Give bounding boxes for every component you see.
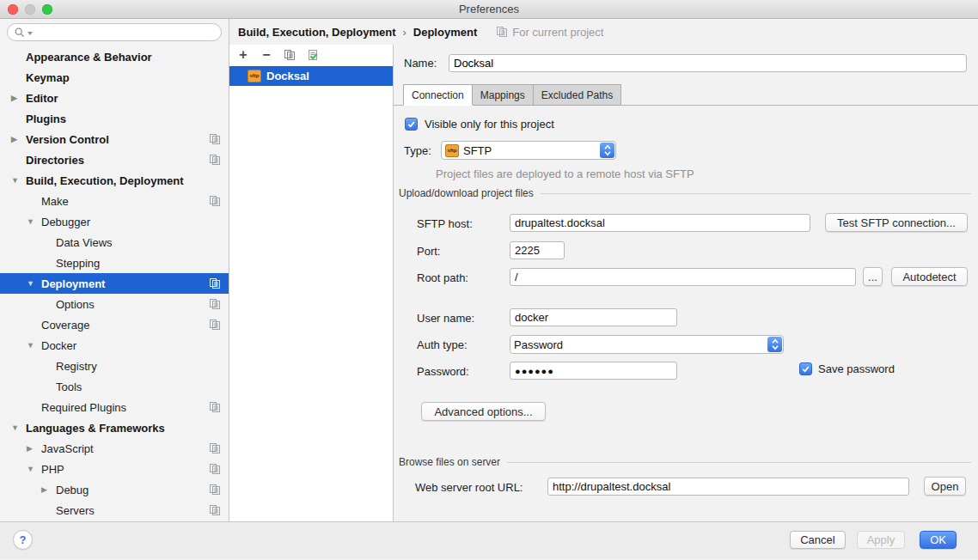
sidebar-item-javascript[interactable]: JavaScript [0,438,229,459]
per-project-icon [209,319,221,331]
copy-server-icon[interactable] [283,48,296,62]
breadcrumb: Build, Execution, Deployment › Deploymen… [229,19,978,45]
chevron-collapsed-icon[interactable] [41,485,47,494]
password-input[interactable] [510,362,677,380]
type-select[interactable]: sftp SFTP [441,141,616,160]
sidebar-item-directories[interactable]: Directories [0,149,229,170]
sftp-host-label: SFTP host: [417,217,473,230]
sftp-file-icon: sftp [248,70,261,82]
cancel-button[interactable]: Cancel [790,531,845,549]
user-name-label: User name: [417,312,474,325]
chevron-expanded-icon[interactable] [27,217,34,226]
sidebar-item-plugins[interactable]: Plugins [0,108,229,129]
browse-root-path-button[interactable]: ... [863,267,883,286]
sidebar-item-options[interactable]: Options [0,294,229,314]
open-url-button[interactable]: Open [924,477,966,496]
sidebar-item-deployment[interactable]: Deployment [0,273,229,294]
per-project-icon [496,26,508,38]
web-root-input[interactable] [547,478,909,496]
remove-server-button[interactable]: − [260,48,273,62]
sidebar-item-appearance-behavior[interactable]: Appearance & Behavior [0,46,229,67]
user-name-input[interactable] [510,308,677,326]
sidebar-item-php[interactable]: PHP [0,459,229,479]
sidebar-item-debugger[interactable]: Debugger [0,211,229,232]
sidebar-item-data-views[interactable]: Data Views [0,232,229,253]
sidebar-item-editor[interactable]: Editor [0,88,229,108]
use-as-default-icon[interactable] [306,48,320,62]
auth-type-select[interactable]: Password [510,335,784,354]
checkmark-icon [406,119,416,129]
type-hint-text: Project files are deployed to a remote h… [436,167,694,180]
web-root-label: Web server root URL: [415,481,523,494]
chevron-expanded-icon[interactable] [27,279,34,288]
advanced-options-button[interactable]: Advanced options... [421,402,546,421]
chevron-expanded-icon[interactable] [11,176,19,185]
zoom-window-button[interactable] [42,4,52,15]
test-sftp-connection-button[interactable]: Test SFTP connection... [825,213,968,232]
dialog-footer: ? Cancel Apply OK [0,521,978,559]
deployment-form: Name: Connection Mappings Excluded Paths… [394,45,978,521]
search-icon [14,27,26,39]
apply-button[interactable]: Apply [857,531,906,549]
sidebar-item-languages-frameworks[interactable]: Languages & Frameworks [0,417,229,438]
chevron-expanded-icon[interactable] [27,341,34,350]
visible-only-checkbox[interactable] [405,118,418,131]
ok-button[interactable]: OK [920,531,957,549]
root-path-input[interactable] [510,268,856,286]
sidebar-item-version-control[interactable]: Version Control [0,129,229,149]
chevron-expanded-icon[interactable] [27,465,34,473]
password-label: Password: [417,365,469,378]
sidebar-item-coverage[interactable]: Coverage [0,314,229,335]
auth-type-selected-value: Password [514,338,563,351]
port-label: Port: [417,245,440,258]
sidebar-item-registry[interactable]: Registry [0,356,229,376]
sidebar-item-tools[interactable]: Tools [0,376,229,397]
chevron-collapsed-icon[interactable] [11,135,17,143]
tab-excluded-paths[interactable]: Excluded Paths [534,84,621,106]
deployment-tabs: Connection Mappings Excluded Paths [403,84,621,106]
autodetect-button[interactable]: Autodetect [891,267,968,286]
dropdown-stepper-icon[interactable] [600,143,614,158]
breadcrumb-current: Deployment [413,26,477,39]
sidebar-item-make[interactable]: Make [0,191,229,211]
sidebar-item-docker[interactable]: Docker [0,335,229,356]
help-button[interactable]: ? [13,530,33,550]
sidebar-item-debug[interactable]: Debug [0,479,229,500]
breadcrumb-separator-icon: › [402,26,406,39]
title-bar: Preferences [0,0,978,19]
sidebar-item-stepping[interactable]: Stepping [0,253,229,273]
save-password-label: Save password [818,362,895,375]
close-window-button[interactable] [8,4,18,15]
per-project-icon [209,504,221,516]
chevron-expanded-icon[interactable] [11,423,19,432]
settings-sidebar: Appearance & Behavior Keymap Editor Plug… [0,19,229,521]
scope-indicator: For current project [496,26,603,39]
port-input[interactable] [510,241,565,259]
per-project-icon [209,484,221,496]
chevron-collapsed-icon[interactable] [11,94,17,102]
search-options-caret-icon[interactable] [28,32,33,35]
minimize-window-button[interactable] [25,4,35,15]
per-project-icon [209,133,221,145]
name-label: Name: [404,57,449,70]
sftp-host-input[interactable] [510,214,810,232]
sidebar-item-build-execution-deployment[interactable]: Build, Execution, Deployment [0,170,229,191]
tab-connection[interactable]: Connection [403,84,473,106]
servers-toolbar: + − [229,45,393,65]
settings-search-field[interactable] [7,23,222,41]
per-project-icon [209,442,221,454]
search-input[interactable] [34,27,215,39]
name-input[interactable] [449,54,967,72]
tab-mappings[interactable]: Mappings [473,84,534,106]
add-server-button[interactable]: + [236,48,250,62]
sidebar-item-servers[interactable]: Servers [0,500,229,520]
server-list-item-docksal[interactable]: sftp Docksal [229,66,393,86]
sidebar-item-keymap[interactable]: Keymap [0,67,229,88]
chevron-collapsed-icon[interactable] [27,444,33,453]
dropdown-stepper-icon[interactable] [767,337,782,352]
servers-list-panel: + − sftp Docksal [229,45,394,521]
checkmark-icon [801,364,810,374]
save-password-checkbox[interactable] [799,362,812,375]
per-project-icon [209,277,221,289]
sidebar-item-required-plugins[interactable]: Required Plugins [0,397,229,417]
